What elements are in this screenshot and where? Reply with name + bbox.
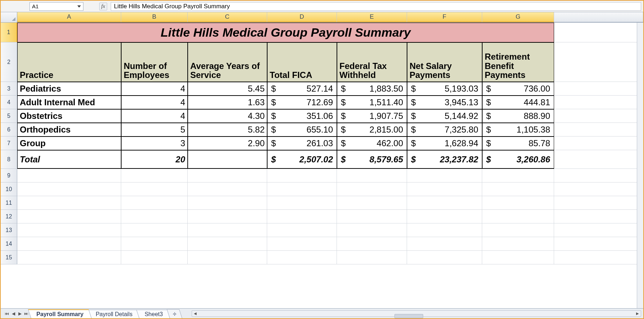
scroll-left-icon[interactable]: ◀ <box>192 311 198 316</box>
cell[interactable]: $655.10 <box>267 123 337 137</box>
cell[interactable]: $3,945.13 <box>407 96 482 109</box>
blank-cell[interactable] <box>121 223 188 237</box>
scroll-right-icon[interactable]: ▶ <box>634 311 641 316</box>
cell[interactable]: $5,144.92 <box>407 109 482 123</box>
spreadsheet-grid[interactable]: 1Little Hills Medical Group Payroll Summ… <box>1 23 643 264</box>
tab-nav-prev[interactable]: ◀ <box>10 310 17 317</box>
blank-cell[interactable] <box>121 237 188 251</box>
blank-cell[interactable] <box>337 237 407 251</box>
name-box[interactable]: A1 <box>29 2 83 11</box>
blank-cell[interactable] <box>121 169 188 182</box>
cell[interactable]: $85.78 <box>482 137 554 150</box>
row-header-9[interactable]: 9 <box>1 169 17 182</box>
cell[interactable]: $2,815.00 <box>337 123 407 137</box>
cell[interactable]: $462.00 <box>337 137 407 150</box>
cell[interactable]: $527.14 <box>267 82 337 96</box>
blank-cell[interactable] <box>17 196 121 210</box>
header-cell[interactable]: Practice <box>17 42 121 82</box>
blank-cell[interactable] <box>188 237 267 251</box>
row-header-10[interactable]: 10 <box>1 182 17 196</box>
cell[interactable]: $1,511.40 <box>337 96 407 109</box>
cell[interactable]: $712.69 <box>267 96 337 109</box>
blank-cell[interactable] <box>407 223 482 237</box>
header-cell[interactable]: Total FICA <box>267 42 337 82</box>
blank-cell[interactable] <box>267 169 337 182</box>
cell[interactable]: 4 <box>121 96 188 109</box>
blank-cell[interactable] <box>267 237 337 251</box>
blank-cell[interactable] <box>407 251 482 264</box>
blank-cell[interactable] <box>121 182 188 196</box>
column-header-F[interactable]: F <box>407 12 482 22</box>
cell[interactable]: 2.90 <box>188 137 267 150</box>
column-header-D[interactable]: D <box>267 12 337 22</box>
cell[interactable]: $1,883.50 <box>337 82 407 96</box>
blank-cell[interactable] <box>188 210 267 223</box>
blank-cell[interactable] <box>482 223 554 237</box>
blank-cell[interactable] <box>267 210 337 223</box>
cell[interactable]: 3 <box>121 137 188 150</box>
row-header-3[interactable]: 3 <box>1 82 17 96</box>
insert-function-button[interactable]: fx <box>99 3 107 10</box>
cell[interactable]: $2,507.02 <box>267 150 337 169</box>
header-cell[interactable]: Average Years of Service <box>188 42 267 82</box>
cell[interactable]: $3,260.86 <box>482 150 554 169</box>
cell[interactable]: Group <box>17 137 121 150</box>
column-header-A[interactable]: A <box>17 12 121 22</box>
cell[interactable]: $736.00 <box>482 82 554 96</box>
blank-cell[interactable] <box>482 182 554 196</box>
blank-cell[interactable] <box>482 169 554 182</box>
row-header-2[interactable]: 2 <box>1 42 17 82</box>
blank-cell[interactable] <box>407 210 482 223</box>
cell[interactable]: Orthopedics <box>17 123 121 137</box>
blank-cell[interactable] <box>337 210 407 223</box>
cell[interactable]: 4 <box>121 109 188 123</box>
select-all-corner[interactable] <box>1 12 17 22</box>
scroll-thumb[interactable] <box>394 314 423 318</box>
blank-cell[interactable] <box>407 196 482 210</box>
cell[interactable]: Total <box>17 150 121 169</box>
cell[interactable]: $1,105.38 <box>482 123 554 137</box>
blank-cell[interactable] <box>17 223 121 237</box>
blank-cell[interactable] <box>188 251 267 264</box>
blank-cell[interactable] <box>17 182 121 196</box>
cell[interactable]: 5 <box>121 123 188 137</box>
name-box-dropdown-icon[interactable] <box>77 5 81 8</box>
blank-cell[interactable] <box>188 196 267 210</box>
cell[interactable]: $8,579.65 <box>337 150 407 169</box>
row-header-5[interactable]: 5 <box>1 109 17 123</box>
blank-cell[interactable] <box>188 182 267 196</box>
blank-cell[interactable] <box>482 210 554 223</box>
cell[interactable]: $1,907.75 <box>337 109 407 123</box>
blank-cell[interactable] <box>407 169 482 182</box>
column-header-E[interactable]: E <box>337 12 407 22</box>
header-cell[interactable]: Net Salary Payments <box>407 42 482 82</box>
new-sheet-tab[interactable]: ✧ <box>166 309 182 319</box>
blank-cell[interactable] <box>407 237 482 251</box>
row-header-6[interactable]: 6 <box>1 123 17 137</box>
row-header-15[interactable]: 15 <box>1 251 17 264</box>
cell[interactable]: 5.82 <box>188 123 267 137</box>
blank-cell[interactable] <box>17 251 121 264</box>
cell[interactable]: 5.45 <box>188 82 267 96</box>
blank-cell[interactable] <box>267 251 337 264</box>
blank-cell[interactable] <box>17 169 121 182</box>
blank-cell[interactable] <box>267 196 337 210</box>
blank-cell[interactable] <box>121 251 188 264</box>
sheet-tab[interactable]: Sheet3 <box>136 310 171 319</box>
cell[interactable]: $1,628.94 <box>407 137 482 150</box>
cell[interactable]: $444.81 <box>482 96 554 109</box>
column-header-B[interactable]: B <box>121 12 188 22</box>
row-header-1[interactable]: 1 <box>1 23 17 42</box>
column-header-G[interactable]: G <box>482 12 554 22</box>
blank-cell[interactable] <box>121 196 188 210</box>
blank-cell[interactable] <box>337 196 407 210</box>
cell[interactable]: Obstetrics <box>17 109 121 123</box>
column-header-C[interactable]: C <box>188 12 267 22</box>
header-cell[interactable]: Number of Employees <box>121 42 188 82</box>
cell[interactable] <box>188 150 267 169</box>
cell[interactable]: Adult Internal Med <box>17 96 121 109</box>
row-header-14[interactable]: 14 <box>1 237 17 251</box>
cell[interactable]: $351.06 <box>267 109 337 123</box>
cell[interactable]: $261.03 <box>267 137 337 150</box>
tab-nav-first[interactable]: ⏮ <box>4 310 10 317</box>
